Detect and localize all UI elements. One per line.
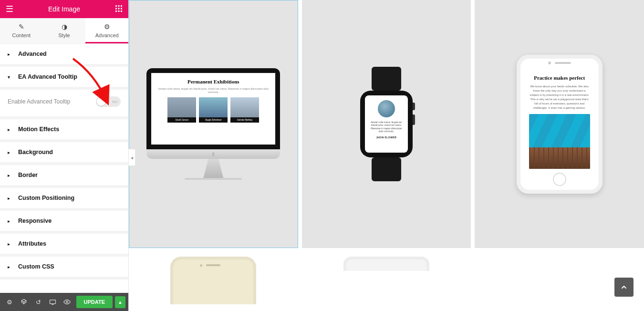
svg-rect-3 [115, 8, 117, 9]
toggle-state-label: NO [112, 100, 118, 104]
settings-icon[interactable]: ⚙ [3, 295, 16, 309]
watch-blurb: Aenean nulla massa, feugiat nec blandit … [369, 121, 404, 133]
tab-content[interactable]: ✎ Content [0, 18, 43, 43]
scroll-to-top-button[interactable] [614, 278, 634, 297]
exhibit-caption: Stygia Schwinxer [199, 117, 228, 123]
exhibit-caption: David Carson [167, 117, 196, 123]
svg-rect-4 [118, 8, 120, 9]
caret-right-icon: ▸ [8, 264, 13, 270]
widgets-grid-icon[interactable] [109, 5, 128, 13]
section-responsive-label: Responsive [18, 218, 52, 224]
watch-mockup: Aenean nulla massa, feugiat nec blandit … [360, 67, 413, 181]
update-options-button[interactable]: ▲ [115, 296, 125, 308]
caret-down-icon: ▾ [8, 74, 13, 80]
navigator-icon[interactable] [17, 295, 31, 309]
caret-right-icon: ▸ [8, 150, 13, 155]
tab-advanced-label: Advanced [95, 32, 119, 38]
editor-sidebar: ☰ Edit Image ✎ Content ◑ Style ⚙ Advance… [0, 0, 129, 311]
svg-rect-2 [121, 5, 122, 7]
caret-right-icon: ▸ [8, 241, 13, 247]
enable-tooltip-label: Enable Advanced Tooltip [8, 98, 70, 105]
pencil-icon: ✎ [0, 23, 43, 31]
update-button[interactable]: UPDATE [76, 296, 113, 308]
section-background[interactable]: ▸ Background [0, 142, 128, 165]
section-border-label: Border [18, 172, 38, 178]
svg-point-10 [66, 301, 68, 303]
image-widget-peek-1[interactable] [129, 252, 298, 311]
apple-logo-icon:  [146, 149, 280, 159]
editor-canvas: Permanent Exhibitions Aenean nulla massa… [129, 0, 644, 311]
section-custom-positioning[interactable]: ▸ Custom Positioning [0, 188, 128, 211]
exhibit-caption: Damian Bartkey [230, 117, 259, 123]
caret-right-icon: ▸ [8, 127, 13, 132]
preview-icon[interactable] [60, 295, 73, 309]
section-advanced[interactable]: ▸ Advanced [0, 44, 128, 67]
phone-peek-mockup [170, 257, 256, 304]
svg-rect-8 [121, 10, 122, 12]
menu-icon[interactable]: ☰ [0, 4, 19, 14]
imac-mockup: Permanent Exhibitions Aenean nulla massa… [146, 68, 280, 180]
iphone-mockup: Practice makes perfect We know about you… [517, 55, 602, 194]
section-custom-css[interactable]: ▸ Custom CSS [0, 257, 128, 280]
tab-advanced[interactable]: ⚙ Advanced [85, 18, 128, 43]
section-responsive[interactable]: ▸ Responsive [0, 211, 128, 234]
caret-right-icon: ▸ [8, 218, 13, 224]
phone-peek-mockup [343, 257, 429, 271]
contrast-icon: ◑ [43, 23, 86, 31]
panel-title: Edit Image [19, 5, 109, 13]
toggle-knob [97, 97, 105, 106]
phone-body: We know about your hectic schedule. We a… [529, 84, 590, 110]
svg-rect-1 [118, 5, 120, 7]
imac-blurb: Aenean nulla massa, feugiat nec blandit … [156, 87, 270, 93]
tab-style-label: Style [58, 32, 70, 38]
svg-rect-0 [115, 5, 117, 7]
tab-content-label: Content [12, 32, 31, 38]
section-motion-effects[interactable]: ▸ Motion Effects [0, 119, 128, 142]
phone-image [529, 114, 590, 169]
section-attributes[interactable]: ▸ Attributes [0, 234, 128, 257]
image-widget-peek-2[interactable] [302, 252, 471, 311]
svg-rect-5 [121, 8, 122, 9]
enable-tooltip-toggle[interactable]: NO [96, 96, 121, 107]
imac-title: Permanent Exhibitions [156, 79, 270, 84]
image-widget-watch[interactable]: Aenean nulla massa, feugiat nec blandit … [302, 0, 471, 248]
section-border[interactable]: ▸ Border [0, 165, 128, 188]
section-custom-positioning-label: Custom Positioning [18, 195, 74, 201]
phone-title: Practice makes perfect [529, 75, 590, 81]
sidebar-header: ☰ Edit Image [0, 0, 128, 18]
section-ea-tooltip-label: EA Advanced Tooltip [18, 73, 77, 80]
section-background-label: Background [18, 149, 53, 156]
ea-tooltip-body: Enable Advanced Tooltip NO [0, 90, 128, 119]
section-advanced-label: Advanced [18, 51, 47, 57]
image-widget-iphone[interactable]: Practice makes perfect We know about you… [475, 0, 644, 248]
panel-tabs: ✎ Content ◑ Style ⚙ Advanced [0, 18, 128, 44]
section-motion-label: Motion Effects [18, 126, 59, 133]
home-button-icon [553, 173, 566, 186]
history-icon[interactable]: ↺ [31, 295, 45, 309]
avatar [378, 100, 395, 117]
responsive-icon[interactable] [46, 295, 59, 309]
svg-rect-9 [50, 300, 55, 304]
caret-right-icon: ▸ [8, 52, 13, 57]
section-custom-css-label: Custom CSS [18, 263, 54, 270]
tab-style[interactable]: ◑ Style [43, 18, 86, 43]
collapse-panel-button[interactable]: ◂ [129, 149, 135, 166]
watch-person-name: JHON ELOWER [369, 136, 404, 139]
sidebar-footer: ⚙ ↺ UPDATE ▲ [0, 293, 128, 311]
section-attributes-label: Attributes [18, 240, 46, 247]
svg-rect-7 [118, 10, 120, 12]
image-widget-imac[interactable]: Permanent Exhibitions Aenean nulla massa… [129, 0, 298, 248]
caret-right-icon: ▸ [8, 173, 13, 178]
caret-right-icon: ▸ [8, 196, 13, 201]
section-ea-tooltip[interactable]: ▾ EA Advanced Tooltip [0, 67, 128, 90]
svg-rect-6 [115, 10, 117, 12]
gear-icon: ⚙ [85, 23, 128, 31]
